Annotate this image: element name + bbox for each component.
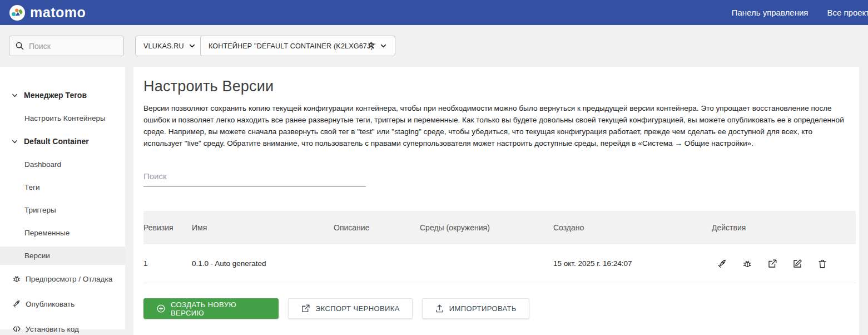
bottom-buttons: СОЗДАТЬ НОВУЮ ВЕРСИЮ ЭКСПОРТ ЧЕРНОВИКА И… — [143, 298, 849, 319]
nav-link-dashboard[interactable]: Панель управления — [732, 8, 809, 17]
sidebar-item-tags[interactable]: Теги — [0, 178, 125, 196]
top-controls-bar: VLUKAS.RU КОНТЕЙНЕР "DEFAULT CONTAINER (… — [0, 25, 868, 67]
matomo-logo-icon — [9, 4, 26, 21]
top-navbar: matomo Панель управления Все проекты — [0, 0, 868, 25]
sidebar-item-label: Установить код — [26, 325, 79, 333]
col-header-revision: Ревизия — [143, 223, 192, 232]
col-header-description: Описание — [334, 223, 420, 232]
brand-name: matomo — [30, 4, 86, 21]
chevron-down-icon — [11, 92, 18, 99]
container-selector-label: КОНТЕЙНЕР "DEFAULT CONTAINER (K2LXG67J)" — [209, 42, 375, 50]
export-draft-label: ЭКСПОРТ ЧЕРНОВИКА — [315, 304, 400, 313]
edit-icon[interactable] — [792, 259, 802, 269]
col-header-name: Имя — [192, 223, 334, 232]
versions-table: Ревизия Имя Описание Среды (окружения) С… — [143, 211, 856, 283]
col-header-created: Создано — [553, 223, 712, 232]
site-selector-label: VLUKAS.RU — [143, 42, 184, 50]
chevron-down-icon — [380, 42, 387, 50]
matomo-logo[interactable]: matomo — [9, 4, 86, 21]
plus-circle-icon — [156, 304, 166, 313]
sidebar-item-triggers[interactable]: Триггеры — [0, 201, 125, 219]
rocket-icon — [12, 299, 21, 310]
col-header-environments: Среды (окружения) — [420, 223, 553, 232]
col-header-actions: Действия — [712, 223, 856, 232]
versions-search[interactable] — [143, 168, 366, 187]
sidebar-item-label: Предпросмотр / Отладка — [26, 275, 112, 283]
versions-table-header: Ревизия Имя Описание Среды (окружения) С… — [143, 211, 856, 244]
navbar-links: Панель управления Все проекты — [732, 0, 868, 25]
sidebar-item-manage-containers[interactable]: Настроить Контейнеры — [0, 109, 125, 127]
page-title: Настроить Версии — [143, 78, 849, 95]
export-draft-button[interactable]: ЭКСПОРТ ЧЕРНОВИКА — [288, 298, 413, 319]
cell-name: 0.1.0 - Auto generated — [192, 259, 334, 268]
debug-bug-icon[interactable] — [742, 259, 752, 269]
cell-revision: 1 — [143, 259, 192, 268]
main-content: Настроить Версии Версии позволяют сохран… — [133, 67, 859, 335]
import-button[interactable]: ИМПОРТИРОВАТЬ — [422, 298, 529, 319]
cell-created: 15 окт. 2025 г. 16:24:07 — [553, 259, 712, 268]
code-icon — [12, 324, 21, 335]
sidebar: Менеджер Тегов Настроить Контейнеры Defa… — [0, 67, 125, 329]
create-new-version-label: СОЗДАТЬ НОВУЮ ВЕРСИЮ — [171, 300, 266, 317]
create-new-version-button[interactable]: СОЗДАТЬ НОВУЮ ВЕРСИЮ — [143, 298, 279, 319]
global-search-input[interactable] — [29, 42, 112, 51]
publish-rocket-icon[interactable] — [717, 259, 727, 269]
delete-icon[interactable] — [817, 259, 827, 269]
search-icon — [15, 41, 24, 51]
chevron-down-icon — [189, 42, 196, 50]
upload-icon — [435, 304, 444, 313]
table-row: 1 0.1.0 - Auto generated 15 окт. 2025 г.… — [143, 244, 856, 283]
sidebar-item-dashboard[interactable]: Dashboard — [0, 155, 125, 174]
export-version-icon[interactable] — [767, 259, 777, 269]
row-actions — [712, 259, 856, 269]
site-selector-dropdown[interactable]: VLUKAS.RU — [135, 36, 204, 56]
sidebar-item-versions[interactable]: Версии — [0, 247, 125, 265]
sidebar-item-preview-debug[interactable]: Предпросмотр / Отладка — [0, 269, 125, 290]
sidebar-header-tag-manager[interactable]: Менеджер Тегов — [0, 86, 125, 105]
sidebar-header-label: Менеджер Тегов — [24, 91, 87, 100]
sidebar-header-default-container[interactable]: Default Container — [0, 132, 125, 151]
sidebar-item-install-code[interactable]: Установить код — [0, 319, 125, 335]
import-label: ИМПОРТИРОВАТЬ — [449, 304, 517, 313]
export-draft-icon — [301, 304, 310, 313]
sidebar-item-variables[interactable]: Переменные — [0, 224, 125, 242]
versions-search-input[interactable] — [143, 168, 366, 187]
nav-link-all-projects[interactable]: Все проекты — [827, 8, 868, 17]
sidebar-header-label: Default Container — [24, 137, 89, 146]
global-search-box[interactable] — [9, 36, 124, 56]
sidebar-item-label: Опубликовать — [26, 300, 75, 308]
chevron-down-icon — [11, 138, 18, 145]
bug-icon — [12, 274, 21, 285]
collapse-double-chevron-up-icon[interactable] — [366, 41, 376, 52]
sidebar-item-publish[interactable]: Опубликовать — [0, 294, 125, 315]
page-description: Версии позволяют сохранить копию текущей… — [143, 102, 849, 149]
